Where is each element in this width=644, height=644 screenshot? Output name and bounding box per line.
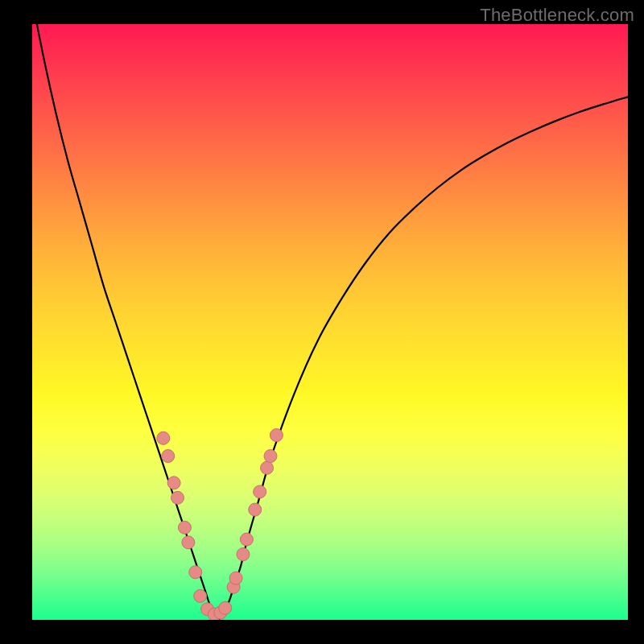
data-point-marker <box>249 503 262 516</box>
data-point-marker <box>167 477 180 489</box>
bottleneck-curve <box>32 24 628 620</box>
data-point-marker <box>237 548 250 561</box>
data-point-marker <box>254 485 266 498</box>
curve-markers <box>157 429 283 620</box>
data-point-marker <box>264 450 277 463</box>
curve-svg <box>32 24 628 620</box>
plot-area <box>32 24 628 620</box>
data-point-marker <box>240 533 253 546</box>
data-point-marker <box>162 450 175 463</box>
data-point-marker <box>182 536 195 549</box>
data-point-marker <box>194 589 207 602</box>
data-point-marker <box>261 461 274 474</box>
data-point-marker <box>178 521 191 534</box>
data-point-marker <box>219 601 232 614</box>
data-point-marker <box>157 431 170 444</box>
data-point-marker <box>229 572 242 584</box>
watermark-text: TheBottleneck.com <box>480 5 634 26</box>
chart-frame: TheBottleneck.com <box>0 0 644 644</box>
data-point-marker <box>270 429 283 442</box>
data-point-marker <box>171 491 184 504</box>
data-point-marker <box>189 566 202 579</box>
